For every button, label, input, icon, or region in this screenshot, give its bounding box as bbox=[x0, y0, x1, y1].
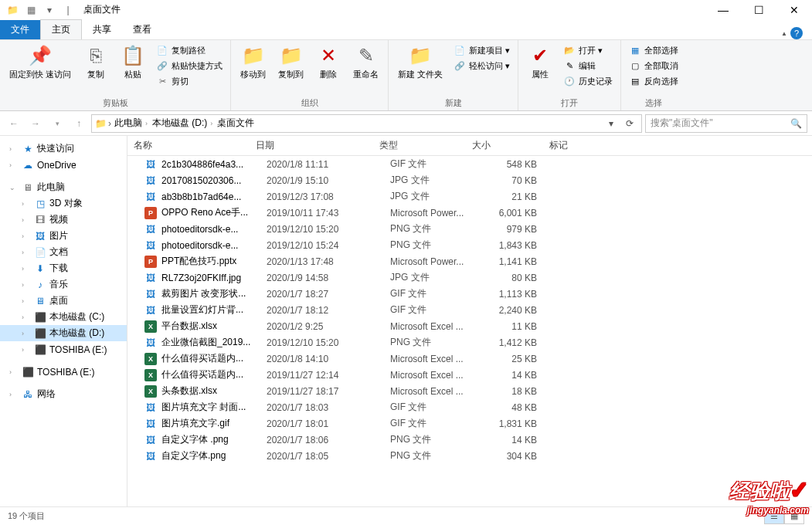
history-button[interactable]: 🕐历史记录 bbox=[560, 74, 616, 88]
group-new: 📁新建 文件夹 📄新建项目 ▾ 🔗轻松访问 ▾ 新建 bbox=[389, 40, 518, 110]
tree-item[interactable]: ›◳3D 对象 bbox=[0, 195, 127, 212]
address-bar[interactable]: 📁 › 此电脑› 本地磁盘 (D:)› 桌面文件 ▾ ⟳ bbox=[91, 114, 642, 133]
file-row[interactable]: 🖼批量设置幻灯片背...2020/1/7 18:12GIF 文件2,240 KB bbox=[127, 302, 812, 318]
tab-view[interactable]: 查看 bbox=[122, 20, 162, 39]
tab-share[interactable]: 共享 bbox=[82, 20, 122, 39]
group-label: 组织 bbox=[236, 96, 383, 110]
dropdown-button[interactable]: ▾ bbox=[603, 118, 620, 129]
file-row[interactable]: 🖼photoeditorsdk-e...2019/12/10 15:20PNG … bbox=[127, 221, 812, 237]
item-count: 19 个项目 bbox=[8, 510, 45, 522]
col-name[interactable]: 名称 bbox=[134, 139, 256, 152]
file-row[interactable]: 🖼2c1b304886fe4a3...2020/1/8 11:11GIF 文件5… bbox=[127, 156, 812, 172]
search-input[interactable]: 搜索"桌面文件" 🔍 bbox=[645, 114, 807, 133]
invert-selection-button[interactable]: ▤反向选择 bbox=[626, 74, 681, 88]
maximize-button[interactable]: ☐ bbox=[741, 0, 776, 20]
new-item-button[interactable]: 📄新建项目 ▾ bbox=[450, 43, 513, 57]
new-folder-button[interactable]: 📁新建 文件夹 bbox=[393, 42, 447, 81]
close-button[interactable]: ✕ bbox=[776, 0, 812, 20]
quick-doc-icon[interactable]: ▦ bbox=[23, 2, 39, 18]
file-list[interactable]: 🖼2c1b304886fe4a3...2020/1/8 11:11GIF 文件5… bbox=[127, 156, 812, 506]
tree-item[interactable]: ›🖧网络 bbox=[0, 386, 127, 402]
copy-button[interactable]: ⎘复制 bbox=[79, 42, 113, 81]
title-bar: 📁 ▦ ▾ | 桌面文件 — ☐ ✕ bbox=[0, 0, 812, 20]
col-size[interactable]: 大小 bbox=[472, 139, 526, 152]
tree-item[interactable]: ›⬛TOSHIBA (E:) bbox=[0, 364, 127, 380]
file-row[interactable]: 🖼图片填充文字 封面...2020/1/7 18:03GIF 文件48 KB bbox=[127, 399, 812, 415]
tree-item[interactable]: ›🖥桌面 bbox=[0, 293, 127, 309]
tree-item[interactable]: ›📄文档 bbox=[0, 244, 127, 260]
copy-path-button[interactable]: 📄复制路径 bbox=[153, 43, 226, 57]
copy-to-button[interactable]: 📁复制到 bbox=[273, 42, 308, 81]
file-row[interactable]: X什么值得买话题内...2019/11/27 12:14Microsoft Ex… bbox=[127, 367, 812, 383]
paste-button[interactable]: 📋粘贴 bbox=[116, 42, 150, 81]
chevron-icon[interactable]: › bbox=[108, 118, 111, 129]
group-label: 选择 bbox=[626, 96, 681, 110]
edit-button[interactable]: ✎编辑 bbox=[560, 59, 616, 73]
file-row[interactable]: 🖼自定义字体 .png2020/1/7 18:06PNG 文件14 KB bbox=[127, 432, 812, 448]
open-button[interactable]: 📂打开 ▾ bbox=[560, 43, 616, 57]
move-to-button[interactable]: 📁移动到 bbox=[236, 42, 270, 81]
delete-button[interactable]: ✕删除 bbox=[311, 42, 345, 81]
group-label: 新建 bbox=[393, 96, 513, 110]
group-label: 剪贴板 bbox=[5, 96, 226, 110]
ribbon-tabs: 文件 主页 共享 查看 ▲? bbox=[0, 20, 812, 39]
up-button[interactable]: ↑ bbox=[70, 114, 88, 133]
group-open: ✔属性 📂打开 ▾ ✎编辑 🕐历史记录 打开 bbox=[518, 40, 621, 110]
refresh-button[interactable]: ⟳ bbox=[621, 118, 638, 129]
breadcrumb[interactable]: 本地磁盘 (D:)› bbox=[151, 117, 214, 130]
file-list-pane: 名称 日期 类型 大小 标记 🖼2c1b304886fe4a3...2020/1… bbox=[127, 136, 812, 506]
group-label: 打开 bbox=[523, 96, 616, 110]
window-title: 桌面文件 bbox=[83, 3, 121, 16]
navigation-tree[interactable]: ›★快速访问›☁OneDrive⌄🖥此电脑›◳3D 对象›🎞视频›🖼图片›📄文档… bbox=[0, 136, 127, 506]
tree-item[interactable]: ›🎞视频 bbox=[0, 212, 127, 228]
file-row[interactable]: X平台数据.xlsx2020/1/2 9:25Microsoft Excel .… bbox=[127, 318, 812, 334]
tree-item[interactable]: ›🖼图片 bbox=[0, 228, 127, 244]
tree-item[interactable]: ›☁OneDrive bbox=[0, 157, 127, 173]
tree-item[interactable]: ›♪音乐 bbox=[0, 276, 127, 293]
select-none-button[interactable]: ▢全部取消 bbox=[626, 59, 681, 73]
tree-item[interactable]: ⌄🖥此电脑 bbox=[0, 179, 127, 195]
search-icon[interactable]: 🔍 bbox=[790, 118, 802, 129]
file-row[interactable]: PPPT配色技巧.pptx2020/1/13 17:48Microsoft Po… bbox=[127, 253, 812, 269]
col-date[interactable]: 日期 bbox=[256, 139, 379, 152]
tree-item[interactable]: ›⬇下载 bbox=[0, 260, 127, 276]
properties-button[interactable]: ✔属性 bbox=[523, 42, 557, 81]
tree-item[interactable]: ›⬛本地磁盘 (D:) bbox=[0, 325, 127, 341]
file-row[interactable]: X什么值得买话题内...2020/1/8 14:10Microsoft Exce… bbox=[127, 351, 812, 367]
tree-item[interactable]: ›★快速访问 bbox=[0, 141, 127, 157]
group-select: ▦全部选择 ▢全部取消 ▤反向选择 选择 bbox=[621, 40, 686, 110]
file-row[interactable]: 🖼ab3b8b1b7ad64e...2019/12/3 17:08JPG 文件2… bbox=[127, 188, 812, 205]
breadcrumb[interactable]: 此电脑› bbox=[113, 117, 149, 130]
rename-button[interactable]: ✎重命名 bbox=[348, 42, 383, 81]
pin-button[interactable]: 📌固定到快 速访问 bbox=[5, 42, 76, 81]
tab-home[interactable]: 主页 bbox=[40, 19, 82, 39]
select-all-button[interactable]: ▦全部选择 bbox=[626, 43, 681, 57]
col-type[interactable]: 类型 bbox=[379, 139, 472, 152]
breadcrumb[interactable]: 桌面文件 bbox=[216, 117, 256, 130]
recent-button[interactable]: ▾ bbox=[48, 114, 66, 133]
file-row[interactable]: POPPO Reno Ace手...2019/10/11 17:43Micros… bbox=[127, 205, 812, 221]
file-row[interactable]: 🖼photoeditorsdk-e...2019/12/10 15:24PNG … bbox=[127, 237, 812, 253]
column-headers[interactable]: 名称 日期 类型 大小 标记 bbox=[127, 136, 812, 156]
col-tags[interactable]: 标记 bbox=[526, 139, 588, 152]
cut-button[interactable]: ✂剪切 bbox=[153, 74, 226, 88]
file-row[interactable]: X头条数据.xlsx2019/11/27 18:17Microsoft Exce… bbox=[127, 383, 812, 399]
file-row[interactable]: 🖼20170815020306...2020/1/9 15:10JPG 文件70… bbox=[127, 172, 812, 188]
file-row[interactable]: 🖼裁剪图片 改变形状...2020/1/7 18:27GIF 文件1,113 K… bbox=[127, 286, 812, 302]
tree-item[interactable]: ›⬛本地磁盘 (C:) bbox=[0, 309, 127, 325]
file-row[interactable]: 🖼企业微信截图_2019...2019/12/10 15:20PNG 文件1,4… bbox=[127, 334, 812, 351]
file-row[interactable]: 🖼自定义字体.png2020/1/7 18:05PNG 文件304 KB bbox=[127, 448, 812, 464]
file-row[interactable]: 🖼RL7Z3oj20FKIff.jpg2020/1/9 14:58JPG 文件8… bbox=[127, 269, 812, 286]
folder-icon: 📁 bbox=[95, 118, 107, 129]
tree-item[interactable]: ›⬛TOSHIBA (E:) bbox=[0, 341, 127, 357]
search-placeholder: 搜索"桌面文件" bbox=[651, 117, 790, 130]
help-button[interactable]: ▲? bbox=[772, 27, 812, 39]
easy-access-button[interactable]: 🔗轻松访问 ▾ bbox=[450, 59, 513, 73]
file-row[interactable]: 🖼图片填充文字.gif2020/1/7 18:01GIF 文件1,831 KB bbox=[127, 415, 812, 432]
chevron-down-icon[interactable]: ▾ bbox=[42, 2, 57, 18]
minimize-button[interactable]: — bbox=[705, 0, 741, 20]
paste-shortcut-button[interactable]: 🔗粘贴快捷方式 bbox=[153, 59, 226, 73]
forward-button[interactable]: → bbox=[26, 114, 45, 133]
back-button[interactable]: ← bbox=[5, 114, 23, 133]
tab-file[interactable]: 文件 bbox=[0, 20, 40, 39]
